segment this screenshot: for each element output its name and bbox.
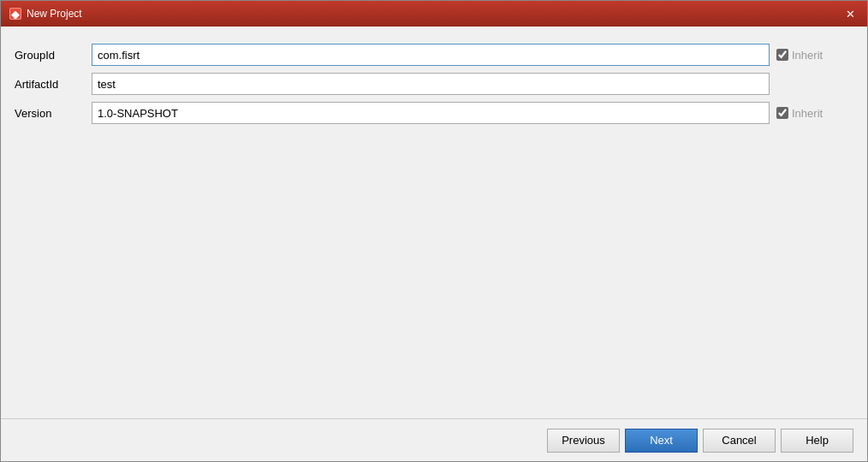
footer: Previous Next Cancel Help — [1, 418, 867, 461]
next-button[interactable]: Next — [625, 429, 698, 453]
title-bar: ◆ New Project ✕ — [1, 1, 867, 27]
groupid-inherit-label: Inherit — [792, 49, 823, 62]
groupid-label: GroupId — [15, 49, 92, 62]
groupid-inherit-checkbox[interactable] — [776, 49, 788, 61]
version-inherit-container: Inherit — [776, 107, 853, 120]
help-button[interactable]: Help — [781, 429, 853, 453]
groupid-input[interactable] — [92, 44, 770, 66]
window-title: New Project — [27, 8, 82, 20]
groupid-row: GroupId Inherit — [15, 44, 853, 66]
window-icon: ◆ — [9, 8, 21, 20]
cancel-button[interactable]: Cancel — [703, 429, 776, 453]
artifactid-input[interactable] — [92, 73, 770, 95]
version-label: Version — [15, 107, 92, 120]
close-button[interactable]: ✕ — [841, 5, 859, 22]
groupid-inherit-container: Inherit — [776, 49, 853, 62]
artifactid-label: ArtifactId — [15, 78, 92, 91]
previous-button[interactable]: Previous — [547, 429, 620, 453]
version-row: Version Inherit — [15, 102, 853, 124]
form-content: GroupId Inherit ArtifactId Version Inher… — [1, 27, 867, 418]
version-inherit-label: Inherit — [792, 107, 823, 120]
version-inherit-checkbox[interactable] — [776, 107, 788, 119]
artifactid-row: ArtifactId — [15, 73, 853, 95]
content-spacer — [15, 131, 853, 401]
title-bar-left: ◆ New Project — [9, 8, 82, 20]
version-input[interactable] — [92, 102, 770, 124]
new-project-window: ◆ New Project ✕ GroupId Inherit Artifact… — [0, 0, 868, 462]
